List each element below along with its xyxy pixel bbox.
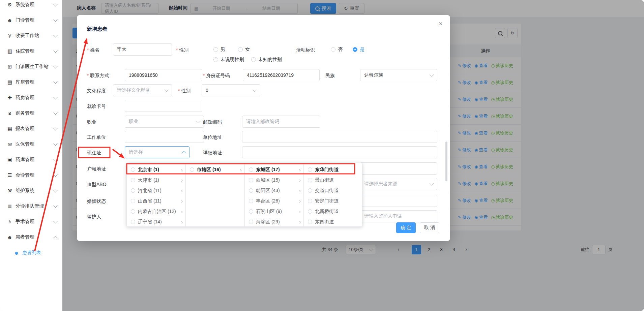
current-address-select[interactable]: 请选择	[125, 146, 189, 158]
cascader-col3-option-4[interactable]: 石景山区 (9)›	[245, 206, 303, 217]
detail-address-input[interactable]	[242, 146, 437, 158]
postal-code-input[interactable]: 请输入邮政编码	[242, 116, 320, 128]
cascader-col1-option-1[interactable]: 天津市 (1)›	[127, 175, 185, 185]
work-unit-input[interactable]	[125, 131, 204, 143]
sidebar-item-12[interactable]: ⚒维护系统	[0, 183, 62, 198]
sidebar-item-14[interactable]: ⚕手术管理	[0, 214, 62, 229]
active-no-radio[interactable]: 否	[331, 47, 343, 52]
cascader-col3-option-1[interactable]: 西城区 (15)›	[245, 175, 303, 185]
cascader-col1-option-4[interactable]: 内蒙古自治区 (12)›	[127, 206, 185, 217]
sidebar-item-13[interactable]: ≣分诊排队管理	[0, 198, 62, 214]
detail-address-label: 详细地址	[203, 150, 222, 156]
queue-icon: ≣	[7, 203, 13, 209]
sidebar-item-1[interactable]: ☻门诊管理	[0, 12, 62, 28]
chevron-right-icon: ›	[299, 209, 301, 214]
cascader-col4-option-4[interactable]: 北新桥街道	[304, 206, 362, 217]
contact-input[interactable]: 19880991650	[125, 69, 202, 81]
gender-label: 性别	[176, 47, 188, 53]
chevron-right-icon: ›	[299, 167, 301, 172]
chevron-down-icon	[53, 80, 58, 84]
radio-icon	[331, 47, 335, 52]
id-number-input[interactable]: 411625192602039719	[243, 69, 320, 81]
marital-right-input[interactable]	[360, 195, 437, 207]
sidebar: ⚙系统管理☻门诊管理¥收费工作站▥住院管理⊞门诊医生工作站▤库房管理✚药房管理¥…	[0, 0, 63, 311]
cascader-col3-option-0[interactable]: 东城区 (17)›	[245, 164, 303, 175]
chevron-up-icon	[53, 236, 58, 240]
sidebar-item-9[interactable]: ✉医保管理	[0, 136, 62, 152]
sidebar-item-patient-list[interactable]: ☻ 患者列表	[0, 245, 62, 260]
sidebar-item-10[interactable]: ▣药库管理	[0, 152, 62, 167]
sidebar-item-0[interactable]: ⚙系统管理	[0, 0, 62, 12]
chevron-down-icon	[53, 95, 58, 99]
cascader-col4-option-0[interactable]: 东华门街道	[304, 164, 362, 175]
cancel-button[interactable]: 取 消	[420, 222, 439, 233]
cascader-col1-option-2[interactable]: 河北省 (11)›	[127, 185, 185, 196]
active-flag-label: 活动标识	[296, 47, 315, 53]
yen-icon: ¥	[7, 33, 13, 39]
radio-icon	[131, 188, 135, 193]
work-unit-label: 工作单位	[87, 134, 106, 140]
occupation-label: 职业	[87, 119, 96, 125]
cascader-col4-option-1[interactable]: 景山街道	[304, 175, 362, 185]
cascader-col3-option-3[interactable]: 丰台区 (26)›	[245, 196, 303, 206]
radio-icon	[131, 167, 135, 172]
radio-icon	[213, 57, 218, 62]
cascader-col3-option-5[interactable]: 海淀区 (29)›	[245, 217, 303, 226]
close-icon[interactable]: ×	[439, 20, 443, 28]
chevron-right-icon: ›	[181, 198, 183, 204]
gender-unknown-radio[interactable]: 未知的性别	[251, 57, 282, 62]
cascader-col4-option-2[interactable]: 交道口街道	[304, 185, 362, 196]
guardian-phone-input[interactable]: 请输入监护人电话	[360, 210, 437, 222]
dialog-scrollbar[interactable]	[445, 142, 447, 181]
sidebar-item-8[interactable]: ▦报表管理	[0, 121, 62, 136]
radio-icon	[308, 178, 312, 182]
gender-unspecified-radio[interactable]: 未说明性别	[213, 57, 244, 62]
chevron-down-icon	[53, 173, 58, 177]
patient-source-select[interactable]: 请选择患者来源	[360, 178, 437, 190]
sidebar-item-15[interactable]: ☻患者管理	[0, 229, 62, 245]
yen-icon: ¥	[7, 111, 13, 116]
radio-icon	[308, 199, 312, 203]
radio-icon	[308, 220, 312, 224]
active-yes-radio[interactable]: 是	[353, 47, 364, 52]
warehouse-icon: ▤	[7, 79, 13, 85]
cascader-col4-option-5[interactable]: 东四街道	[304, 217, 362, 226]
cascader-col1-option-5[interactable]: 辽宁省 (14)›	[127, 217, 185, 226]
ethnicity-select[interactable]: 达斡尔族	[360, 69, 437, 81]
radio-icon	[131, 178, 135, 182]
sidebar-item-6[interactable]: ✚药房管理	[0, 90, 62, 105]
visit-card-input[interactable]	[125, 100, 202, 112]
unit-address-label: 单位地址	[203, 134, 222, 140]
chevron-right-icon: ›	[181, 178, 183, 183]
chevron-down-icon	[53, 126, 58, 130]
app-window: ⚙系统管理☻门诊管理¥收费工作站▥住院管理⊞门诊医生工作站▤库房管理✚药房管理¥…	[0, 0, 644, 311]
household-right-input[interactable]	[360, 162, 437, 175]
chevron-down-icon	[53, 142, 58, 146]
sidebar-item-7[interactable]: ¥财务管理	[0, 105, 62, 121]
gender-code-label: 性别	[178, 88, 191, 94]
education-select[interactable]: 请选择文化程度	[113, 84, 172, 96]
cascader-col3-option-2[interactable]: 朝阳区 (43)›	[245, 185, 303, 196]
sidebar-item-2[interactable]: ¥收费工作站	[0, 28, 62, 43]
occupation-select[interactable]: 职业	[125, 116, 204, 128]
sidebar-item-5[interactable]: ▤库房管理	[0, 74, 62, 90]
confirm-button[interactable]: 确 定	[396, 222, 416, 233]
cascader-col4-option-3[interactable]: 安定门街道	[304, 196, 362, 206]
current-address-label: 现住址	[87, 150, 101, 156]
gender-male-radio[interactable]: 男	[213, 47, 225, 52]
gender-female-radio[interactable]: 女	[238, 47, 250, 52]
patient-icon: ☻	[7, 235, 13, 240]
patient-icon: ☻	[13, 250, 20, 256]
sidebar-item-4[interactable]: ⊞门诊医生工作站	[0, 59, 62, 74]
cascader-col2-option-0[interactable]: 市辖区 (16)›	[186, 164, 244, 175]
gender-code-select[interactable]: 0	[202, 84, 260, 96]
cascader-col1-option-0[interactable]: 北京市 (1)›	[127, 164, 185, 175]
cascader-col1-option-3[interactable]: 山西省 (11)›	[127, 196, 185, 206]
user-icon: ☻	[7, 18, 13, 23]
sidebar-item-3[interactable]: ▥住院管理	[0, 43, 62, 59]
id-number-label: 身份证号码	[203, 72, 230, 79]
cascader-column-3: 东城区 (17)›西城区 (15)›朝阳区 (43)›丰台区 (26)›石景山区…	[245, 163, 304, 226]
sidebar-item-11[interactable]: ☰会诊管理	[0, 167, 62, 183]
unit-address-input[interactable]	[242, 131, 437, 143]
name-input[interactable]: 牢大	[113, 43, 172, 56]
